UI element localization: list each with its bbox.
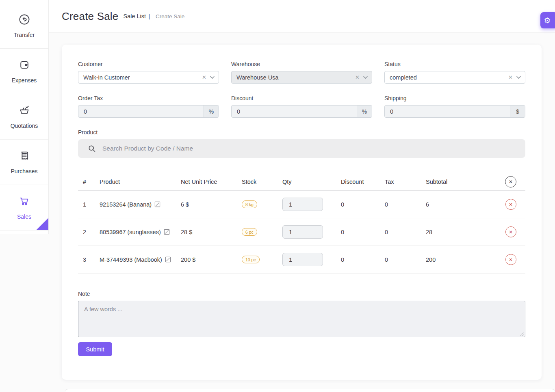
discount-value: 0 xyxy=(341,246,385,274)
subtotal-value: 200 xyxy=(426,246,496,274)
discount-input[interactable] xyxy=(232,106,357,117)
product-label: Product xyxy=(78,129,525,136)
discount-group: % xyxy=(231,105,372,118)
sidebar-item-expenses[interactable]: Expenses xyxy=(0,49,48,94)
col-price-header: Net Unit Price xyxy=(181,173,242,191)
stock-badge: 10 pc xyxy=(242,256,260,263)
clear-x-icon[interactable]: ✕ xyxy=(202,74,206,80)
submit-button[interactable]: Submit xyxy=(78,342,112,356)
qty-input[interactable] xyxy=(282,225,323,239)
sidebar-item-transfer[interactable]: Transfer xyxy=(0,3,48,49)
product-name: 92153264 (Banana) xyxy=(100,201,152,208)
discount-field: Discount % xyxy=(231,95,372,118)
stock-cell: 6 pc xyxy=(242,218,282,246)
shipping-input[interactable] xyxy=(385,106,510,117)
stock-badge: 6 pc xyxy=(242,228,257,236)
edit-icon[interactable] xyxy=(165,256,171,263)
product-search-input[interactable] xyxy=(102,145,525,152)
qty-cell xyxy=(282,218,341,246)
subtotal-value: 6 xyxy=(426,191,496,218)
row-number: 3 xyxy=(78,246,100,274)
sidebar: Transfer Expenses Quotations Purchases xyxy=(0,0,49,234)
qty-cell xyxy=(282,191,341,218)
breadcrumb-separator: | xyxy=(148,13,150,19)
status-value: completed xyxy=(390,74,508,81)
col-discount-header: Discount xyxy=(341,173,385,191)
sidebar-item-label: Purchases xyxy=(11,168,37,174)
order-tax-label: Order Tax xyxy=(78,95,219,101)
unit-price: 200 $ xyxy=(181,246,242,274)
settings-gear-button[interactable]: ⚙ xyxy=(540,12,555,28)
warehouse-label: Warehouse xyxy=(231,61,372,67)
customer-field: Customer Walk-in Customer ✕ xyxy=(78,61,219,84)
resize-handle-icon[interactable] xyxy=(520,332,524,336)
stock-badge: 8 kg xyxy=(242,200,257,208)
warehouse-field: Warehouse Warehouse Usa ✕ xyxy=(231,61,372,84)
edit-icon[interactable] xyxy=(164,229,170,235)
product-name: M-37449393 (Macbook) xyxy=(100,256,162,263)
chevron-down-icon[interactable] xyxy=(516,74,522,80)
unit-price: 28 $ xyxy=(181,218,242,246)
product-name-cell: M-37449393 (Macbook) xyxy=(100,246,181,274)
row-actions-cell: ✕ xyxy=(496,246,525,274)
clear-x-icon[interactable]: ✕ xyxy=(508,74,513,80)
shopping-cart-icon xyxy=(18,195,30,209)
order-tax-input[interactable] xyxy=(78,106,204,117)
unit-price: 6 $ xyxy=(181,191,242,218)
remove-row-button[interactable]: ✕ xyxy=(505,199,516,210)
note-label: Note xyxy=(78,291,525,297)
product-name-cell: 92153264 (Banana) xyxy=(100,191,181,218)
create-sale-card: Customer Walk-in Customer ✕ Warehouse Wa… xyxy=(62,45,542,380)
status-field: Status completed ✕ xyxy=(384,61,525,84)
remove-row-button[interactable]: ✕ xyxy=(505,226,516,237)
sidebar-top-divider xyxy=(0,0,48,3)
tax-value: 0 xyxy=(385,218,426,246)
note-section: Note xyxy=(78,291,525,337)
order-tax-group: % xyxy=(78,105,219,118)
row-actions-cell: ✕ xyxy=(496,218,525,246)
stock-cell: 10 pc xyxy=(242,246,282,274)
col-tax-header: Tax xyxy=(385,173,426,191)
breadcrumb-sale-list-link[interactable]: Sale List xyxy=(124,13,146,19)
status-select[interactable]: completed ✕ xyxy=(384,71,525,84)
subtotal-value: 28 xyxy=(426,218,496,246)
col-qty-header: Qty xyxy=(282,173,341,191)
clear-x-icon[interactable]: ✕ xyxy=(355,74,360,80)
order-tax-field: Order Tax % xyxy=(78,95,219,118)
page-header: Create Sale Sale List | Create Sale xyxy=(49,0,555,33)
warehouse-value: Warehouse Usa xyxy=(236,74,355,81)
warehouse-select[interactable]: Warehouse Usa ✕ xyxy=(231,71,372,84)
remove-all-rows-button[interactable]: ✕ xyxy=(505,176,516,187)
chevron-down-icon[interactable] xyxy=(362,74,369,80)
basket-check-icon xyxy=(18,104,30,118)
gear-icon: ⚙ xyxy=(544,16,551,25)
col-num-header: # xyxy=(78,173,100,191)
product-section: Product xyxy=(78,129,525,158)
wallet-icon xyxy=(18,59,30,73)
sidebar-item-label: Sales xyxy=(17,213,31,220)
status-label: Status xyxy=(384,61,525,67)
qty-input[interactable] xyxy=(282,198,323,211)
active-corner-triangle xyxy=(36,218,48,230)
sidebar-item-sales[interactable]: Sales xyxy=(0,185,48,230)
note-textarea[interactable] xyxy=(78,301,525,337)
product-name-cell: 80539967 (sunglasses) xyxy=(100,218,181,246)
breadcrumb-current: Create Sale xyxy=(156,13,184,19)
sidebar-item-purchases[interactable]: Purchases xyxy=(0,140,48,185)
form-fields: Customer Walk-in Customer ✕ Warehouse Wa… xyxy=(78,61,525,118)
qty-input[interactable] xyxy=(282,253,323,266)
tax-value: 0 xyxy=(385,246,426,274)
next-section-top-edge xyxy=(65,389,555,392)
chevron-down-icon[interactable] xyxy=(209,74,215,80)
row-actions-cell: ✕ xyxy=(496,191,525,218)
product-search-bar xyxy=(78,139,525,158)
edit-icon[interactable] xyxy=(154,201,160,207)
shipping-suffix: $ xyxy=(510,106,525,117)
order-tax-suffix: % xyxy=(204,106,219,117)
customer-select[interactable]: Walk-in Customer ✕ xyxy=(78,71,219,84)
stock-cell: 8 kg xyxy=(242,191,282,218)
qty-cell xyxy=(282,246,341,274)
remove-row-button[interactable]: ✕ xyxy=(505,254,516,265)
page-title: Create Sale xyxy=(62,10,119,23)
sidebar-item-quotations[interactable]: Quotations xyxy=(0,94,48,140)
